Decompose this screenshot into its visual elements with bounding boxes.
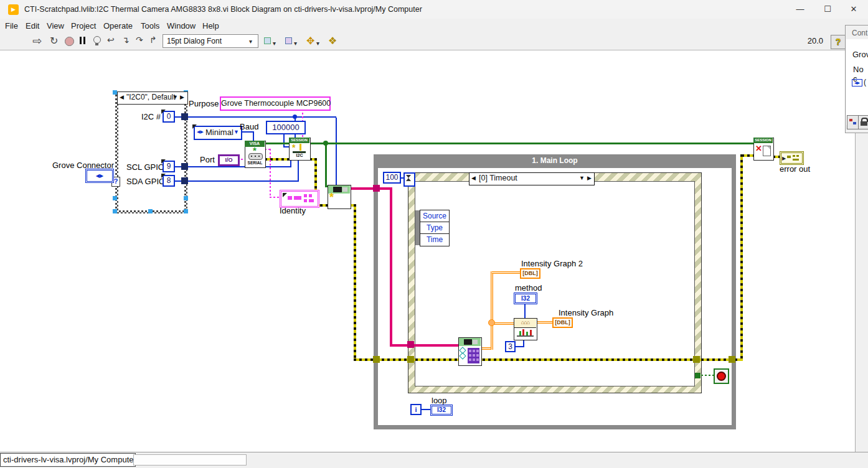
- context-help-line1: Grov: [852, 50, 868, 59]
- method-label: method: [515, 283, 542, 292]
- selection-handle[interactable]: [113, 209, 117, 213]
- event-structure-interior: [415, 181, 695, 386]
- pause-icon-bar[interactable]: [83, 37, 85, 44]
- maximize-button[interactable]: ☐: [813, 0, 842, 19]
- enum-constant[interactable]: ◀▶ Minimal ▼: [194, 126, 242, 140]
- interpolate-array-node[interactable]: ⌂⌂⌂: [514, 318, 537, 340]
- method-terminal[interactable]: I32: [514, 292, 537, 304]
- camera-strip: [459, 338, 481, 346]
- terminal-icon: ◀▶: [852, 79, 862, 87]
- pause-icon[interactable]: [80, 37, 82, 44]
- event-data-node[interactable]: Source Type Time: [420, 210, 450, 246]
- wire-error: [742, 154, 754, 157]
- chevron-down-icon[interactable]: ▼: [172, 94, 178, 100]
- context-help-button[interactable]: ?: [831, 35, 846, 49]
- font-selector[interactable]: 15pt Dialog Font: [163, 34, 258, 48]
- loop-label: loop: [432, 396, 447, 405]
- camera-open-node[interactable]: *: [328, 185, 351, 209]
- event-data-type: Type: [420, 222, 449, 234]
- step-out-icon[interactable]: ↱: [149, 35, 157, 45]
- interpolation-icon: ⌂⌂⌂: [514, 319, 536, 328]
- close-x-icon: ✕: [755, 144, 762, 153]
- selection-handle[interactable]: [113, 196, 117, 200]
- horizontal-scrollbar-thumb[interactable]: [133, 454, 247, 466]
- tunnel: [181, 113, 188, 120]
- align-dropdown-icon[interactable]: [273, 37, 276, 48]
- identity-indicator[interactable]: [280, 190, 319, 208]
- minimize-button[interactable]: —: [786, 0, 814, 19]
- chevron-down-icon: ▼: [234, 129, 239, 135]
- purpose-string-constant[interactable]: Grove Thermocouple MCP9600: [220, 96, 331, 111]
- serial-connector-icon: [248, 153, 263, 160]
- iteration-terminal[interactable]: i: [410, 404, 422, 415]
- tunnel: [407, 356, 414, 363]
- i2c-num-label: I2C #: [133, 112, 161, 121]
- wire-baud: [283, 134, 285, 147]
- case-selector[interactable]: ◀ "I2C0", Default ▼ ▶: [117, 91, 188, 105]
- case-next-icon[interactable]: ▶: [180, 94, 184, 100]
- menu-bar: File Edit View Project Operate Tools Win…: [0, 19, 868, 33]
- wire-array: [492, 271, 521, 274]
- session-open-i2c-node[interactable]: SESSION * I2C: [289, 138, 311, 161]
- step-into-icon[interactable]: ↴: [122, 35, 130, 45]
- menu-tools[interactable]: Tools: [141, 21, 159, 30]
- event-selector[interactable]: ◀ [0] Timeout ▼ ▶: [469, 172, 595, 185]
- show-terminals-button[interactable]: [847, 115, 859, 129]
- cleanup-diagram-icon[interactable]: ❖: [328, 35, 337, 47]
- stop-terminal[interactable]: [714, 368, 729, 384]
- menu-window[interactable]: Window: [167, 21, 196, 30]
- menu-help[interactable]: Help: [202, 21, 219, 30]
- case-selector-value: "I2C0", Default: [126, 93, 176, 101]
- timeout-constant[interactable]: 100: [383, 172, 401, 184]
- lock-help-button[interactable]: [858, 115, 868, 129]
- selection-handle[interactable]: [113, 90, 117, 95]
- intensity-graph-terminal[interactable]: [DBL]: [552, 317, 573, 328]
- distribute-objects-icon[interactable]: [285, 37, 292, 44]
- abort-icon[interactable]: [65, 37, 74, 46]
- resize-objects-icon[interactable]: ✥: [306, 35, 314, 47]
- align-objects-icon[interactable]: [264, 37, 271, 44]
- session-close-header: SESSION: [753, 138, 773, 143]
- interp-constant[interactable]: 3: [505, 341, 516, 352]
- run-continuously-icon[interactable]: ↻: [50, 35, 58, 47]
- sda-gpio-label: SDA GPIO: [126, 177, 161, 186]
- distribute-dropdown-icon[interactable]: [294, 37, 297, 48]
- status-path[interactable]: cti-drivers-lv-visa.lvproj/My Computer: [0, 453, 136, 467]
- camera-read-frame-node[interactable]: [458, 337, 482, 366]
- loop-count-indicator[interactable]: I32: [430, 405, 453, 416]
- timeout-hourglass-terminal[interactable]: [403, 172, 415, 187]
- grove-connector-terminal[interactable]: ◀▶: [85, 169, 114, 183]
- chevron-down-icon[interactable]: ▼: [579, 175, 585, 181]
- selection-handle[interactable]: [184, 196, 188, 200]
- selection-handle[interactable]: [148, 209, 153, 213]
- resize-dropdown-icon[interactable]: [316, 37, 319, 48]
- error-out-indicator[interactable]: ▶: [780, 151, 804, 165]
- menu-edit[interactable]: Edit: [26, 21, 39, 30]
- labview-app-icon: ▶: [8, 4, 19, 15]
- menu-operate[interactable]: Operate: [103, 21, 133, 30]
- run-icon[interactable]: ⇨: [32, 34, 42, 48]
- window-title: CTI-Scratchpad.lvlib:I2C Thermal Camera …: [24, 5, 422, 14]
- menu-view[interactable]: View: [47, 21, 64, 30]
- event-next-icon[interactable]: ▶: [587, 175, 592, 181]
- toolbar: ⇨ ↻ ↩ ↴ ↷ ↱ 15pt Dialog Font ✥ ❖ 20.0 ?: [0, 33, 846, 50]
- session-close-node[interactable]: SESSION ✕: [753, 138, 774, 161]
- close-button[interactable]: ✕: [839, 0, 868, 19]
- retain-wire-values-icon[interactable]: ↩: [107, 35, 115, 45]
- visa-configure-serial-node[interactable]: VISA * SERIAL: [245, 141, 266, 168]
- purpose-label: Purpose: [189, 99, 219, 108]
- chevron-down-icon: [249, 37, 252, 45]
- wire-device: [350, 187, 391, 190]
- menu-project[interactable]: Project: [71, 21, 96, 30]
- wire-method: [524, 304, 526, 319]
- baud-constant[interactable]: 100000: [266, 121, 306, 134]
- wire-string-identity: [270, 149, 271, 198]
- intensity-graph-2-terminal[interactable]: [DBL]: [520, 268, 540, 279]
- port-visa-constant[interactable]: I/O: [218, 154, 240, 166]
- menu-file[interactable]: File: [5, 21, 18, 30]
- step-over-icon[interactable]: ↷: [136, 35, 143, 45]
- selection-handle[interactable]: [184, 209, 188, 213]
- context-help-body: Grov No c ◀▶ (: [846, 39, 868, 125]
- case-prev-icon[interactable]: ◀: [120, 94, 124, 100]
- event-prev-icon[interactable]: ◀: [471, 175, 476, 181]
